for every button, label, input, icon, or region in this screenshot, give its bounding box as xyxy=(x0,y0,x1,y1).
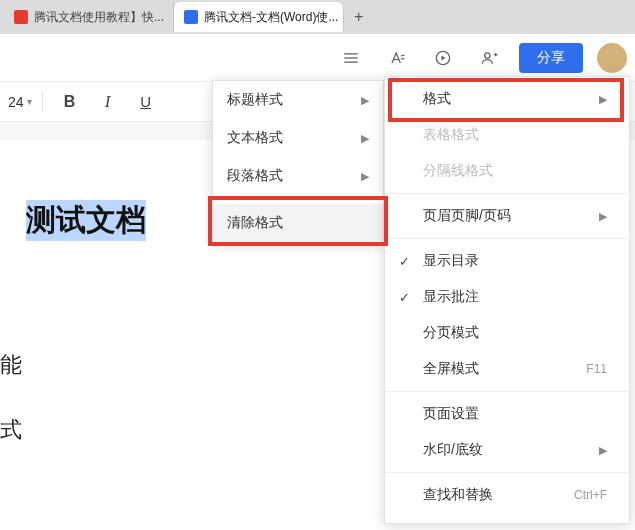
main-dropdown-menu: 格式 ▶ 表格格式 分隔线格式 页眉页脚/页码 ▶ ✓ 显示目录 ✓ 显示批注 … xyxy=(384,76,630,524)
menu-label: 水印/底纹 xyxy=(423,441,483,459)
shortcut-label: Ctrl+F xyxy=(574,488,607,502)
menu-item-show-toc[interactable]: ✓ 显示目录 xyxy=(385,243,629,279)
menu-item-heading-style[interactable]: 标题样式 ▶ xyxy=(213,81,383,119)
avatar[interactable] xyxy=(597,43,627,73)
menu-label: 清除格式 xyxy=(227,214,283,232)
menu-label: 全屏模式 xyxy=(423,360,479,378)
menu-item-clear-format[interactable]: 清除格式 xyxy=(213,204,383,242)
menu-item-table-format: 表格格式 xyxy=(385,117,629,153)
menu-item-find-replace[interactable]: 查找和替换 Ctrl+F xyxy=(385,477,629,513)
body-text: 式 xyxy=(0,415,22,445)
favicon-icon xyxy=(184,10,198,24)
separator xyxy=(385,391,629,392)
svg-marker-6 xyxy=(441,55,445,60)
separator xyxy=(385,472,629,473)
separator xyxy=(213,199,383,200)
chevron-right-icon: ▶ xyxy=(361,170,369,183)
menu-item-text-format[interactable]: 文本格式 ▶ xyxy=(213,119,383,157)
menu-label: 分隔线格式 xyxy=(423,162,493,180)
chevron-right-icon: ▶ xyxy=(361,94,369,107)
text-format-icon[interactable] xyxy=(381,42,413,74)
menu-label: 段落格式 xyxy=(227,167,283,185)
underline-button[interactable]: U xyxy=(129,88,163,116)
separator xyxy=(385,238,629,239)
tab-title: 腾讯文档使用教程】快... xyxy=(34,9,164,26)
play-icon[interactable] xyxy=(427,42,459,74)
menu-item-watermark[interactable]: 水印/底纹 ▶ xyxy=(385,432,629,468)
menu-label: 文本格式 xyxy=(227,129,283,147)
check-icon: ✓ xyxy=(399,254,410,269)
font-size-value: 24 xyxy=(8,94,24,110)
menu-item-show-comments[interactable]: ✓ 显示批注 xyxy=(385,279,629,315)
chevron-down-icon: ▾ xyxy=(27,96,32,107)
browser-tab[interactable]: 腾讯文档-文档(Word)使... × xyxy=(174,2,344,32)
menu-label: 表格格式 xyxy=(423,126,479,144)
menu-item-fullscreen[interactable]: 全屏模式 F11 xyxy=(385,351,629,387)
font-size-select[interactable]: 24 ▾ xyxy=(8,94,32,110)
menu-item-page-mode[interactable]: 分页模式 xyxy=(385,315,629,351)
tab-title: 腾讯文档-文档(Word)使... xyxy=(204,9,338,26)
menu-item-paragraph-format[interactable]: 段落格式 ▶ xyxy=(213,157,383,195)
menu-item-divider-format: 分隔线格式 xyxy=(385,153,629,189)
menu-label: 显示批注 xyxy=(423,288,479,306)
body-text: 能 xyxy=(0,350,22,380)
separator xyxy=(42,92,43,112)
menu-label: 显示目录 xyxy=(423,252,479,270)
shortcut-label: F11 xyxy=(586,362,607,376)
browser-tab[interactable]: 腾讯文档使用教程】快... × xyxy=(4,2,174,32)
svg-point-7 xyxy=(485,52,490,57)
menu-item-header-footer[interactable]: 页眉页脚/页码 ▶ xyxy=(385,198,629,234)
italic-button[interactable]: I xyxy=(91,88,125,116)
browser-tabstrip: 腾讯文档使用教程】快... × 腾讯文档-文档(Word)使... × + xyxy=(0,0,635,34)
chevron-right-icon: ▶ xyxy=(361,132,369,145)
menu-icon[interactable] xyxy=(335,42,367,74)
menu-label: 页面设置 xyxy=(423,405,479,423)
menu-label: 格式 xyxy=(423,90,451,108)
bold-button[interactable]: B xyxy=(53,88,87,116)
new-tab-button[interactable]: + xyxy=(344,8,373,26)
menu-label: 分页模式 xyxy=(423,324,479,342)
share-button[interactable]: 分享 xyxy=(519,43,583,73)
menu-label: 标题样式 xyxy=(227,91,283,109)
format-submenu: 标题样式 ▶ 文本格式 ▶ 段落格式 ▶ 清除格式 xyxy=(212,80,384,243)
favicon-icon xyxy=(14,10,28,24)
chevron-right-icon: ▶ xyxy=(599,444,607,457)
check-icon: ✓ xyxy=(399,290,410,305)
menu-item-page-setup[interactable]: 页面设置 xyxy=(385,396,629,432)
menu-label: 查找和替换 xyxy=(423,486,493,504)
separator xyxy=(385,193,629,194)
menu-label: 页眉页脚/页码 xyxy=(423,207,511,225)
selected-heading[interactable]: 测试文档 xyxy=(26,200,146,241)
chevron-right-icon: ▶ xyxy=(599,93,607,106)
chevron-right-icon: ▶ xyxy=(599,210,607,223)
add-user-icon[interactable] xyxy=(473,42,505,74)
app-header: 分享 xyxy=(0,34,635,82)
menu-item-format[interactable]: 格式 ▶ xyxy=(385,81,629,117)
